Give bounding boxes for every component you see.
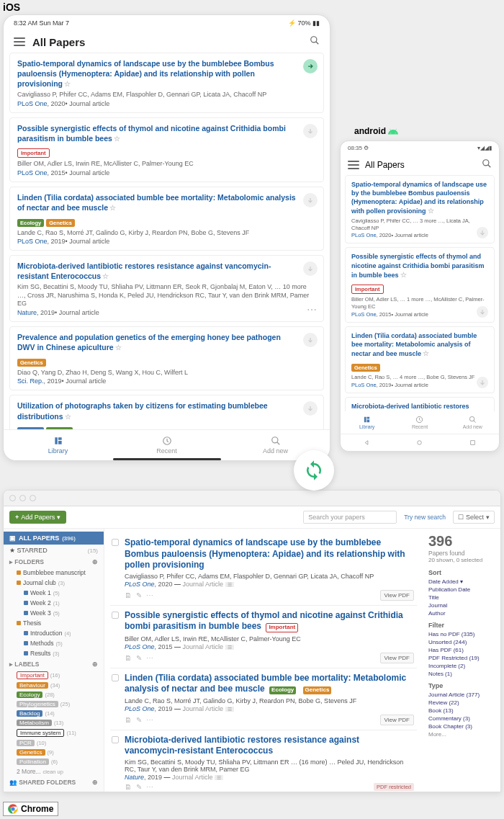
more-icon[interactable]: ⋯ bbox=[307, 304, 318, 315]
folder-item[interactable]: Week 1 (5) bbox=[4, 588, 104, 598]
download-arrow-button[interactable] bbox=[303, 59, 318, 73]
tab-library[interactable]: Library bbox=[341, 416, 393, 429]
label-item[interactable]: Backlog(14) bbox=[4, 709, 104, 718]
paper-item[interactable]: Linden (Tilia cordata) associated bumble… bbox=[110, 668, 417, 730]
sort-option[interactable]: Date Added ▾ bbox=[428, 578, 495, 586]
star-icon[interactable]: ☆ bbox=[114, 135, 120, 143]
back-icon[interactable] bbox=[363, 439, 371, 447]
view-pdf-button[interactable]: View PDF bbox=[380, 715, 414, 725]
star-icon[interactable]: ☆ bbox=[115, 344, 122, 352]
folder-item[interactable]: Week 3 (5) bbox=[4, 608, 104, 618]
paper-item[interactable]: Linden (Tilia cordata) associated bumble… bbox=[345, 326, 495, 394]
tab-library[interactable]: Library bbox=[4, 436, 112, 455]
try-new-search-link[interactable]: Try new search bbox=[404, 514, 446, 521]
filter-option[interactable]: Incomplete (2) bbox=[428, 662, 495, 670]
select-button[interactable]: ☐Select▾ bbox=[453, 511, 495, 524]
sort-option[interactable]: Author bbox=[428, 609, 495, 617]
menu-icon[interactable] bbox=[348, 161, 359, 169]
sidebar-more[interactable]: 2 More... clean up bbox=[4, 766, 104, 777]
home-icon[interactable] bbox=[415, 439, 423, 447]
label-item[interactable]: Immune system(11) bbox=[4, 728, 104, 738]
folder-item[interactable]: Week 2 (1) bbox=[4, 598, 104, 608]
folder-item[interactable]: Methods (5) bbox=[4, 638, 104, 648]
download-arrow-button[interactable] bbox=[303, 333, 318, 347]
tab-add-new[interactable]: Add new bbox=[446, 416, 499, 429]
star-icon[interactable]: ☆ bbox=[400, 271, 407, 279]
label-item[interactable]: Ecology(28) bbox=[4, 690, 104, 699]
label-item[interactable]: PCR(10) bbox=[4, 738, 104, 748]
star-icon[interactable]: ☆ bbox=[423, 349, 429, 357]
checkbox[interactable] bbox=[112, 612, 119, 619]
minimize-dot[interactable] bbox=[19, 495, 26, 501]
label-item[interactable]: Phylogenetics(25) bbox=[4, 699, 104, 709]
paper-item[interactable]: Possible synergistic effects of thymol a… bbox=[110, 606, 417, 668]
paper-item[interactable]: Possible synergistic effects of thymol a… bbox=[345, 247, 495, 322]
maximize-dot[interactable] bbox=[30, 495, 36, 501]
note-icon[interactable]: 🗎 bbox=[125, 783, 132, 791]
label-item[interactable]: Important(16) bbox=[4, 670, 104, 681]
filter-option[interactable]: Unsorted (244) bbox=[428, 638, 495, 646]
more-icon[interactable]: ⋯ bbox=[146, 716, 153, 724]
type-option[interactable]: Journal Article (377) bbox=[428, 691, 495, 699]
star-icon[interactable]: ☆ bbox=[65, 413, 71, 421]
note-icon[interactable]: 🗎 bbox=[125, 716, 132, 724]
paper-item[interactable]: Possible synergistic effects of thymol a… bbox=[9, 117, 324, 182]
sort-option[interactable]: Journal bbox=[428, 601, 495, 609]
more-icon[interactable]: ⋯ bbox=[146, 783, 153, 791]
filter-option[interactable]: Has no PDF (335) bbox=[428, 630, 495, 638]
menu-icon[interactable] bbox=[14, 37, 25, 46]
checkbox[interactable] bbox=[112, 539, 119, 546]
checkbox[interactable] bbox=[112, 736, 119, 743]
search-input[interactable]: Search your papers bbox=[303, 511, 397, 524]
sort-option[interactable]: Publication Date bbox=[428, 586, 495, 594]
star-icon[interactable]: ☆ bbox=[428, 207, 434, 215]
add-papers-button[interactable]: +Add Papers▾ bbox=[9, 511, 66, 524]
sort-option[interactable]: Title bbox=[428, 594, 495, 601]
paper-item[interactable]: Spatio-temporal dynamics of landscape us… bbox=[345, 175, 495, 243]
type-option[interactable]: Review (22) bbox=[428, 699, 495, 707]
ipad-paper-list[interactable]: Spatio-temporal dynamics of landscape us… bbox=[4, 53, 330, 429]
paper-item[interactable]: Microbiota-derived lantibiotic restores … bbox=[345, 397, 495, 411]
more-icon[interactable]: ⋯ bbox=[146, 591, 153, 599]
sidebar-shared-header[interactable]: 👥 SHARED FOLDERS⊕ bbox=[4, 777, 104, 788]
label-item[interactable]: Behaviour(34) bbox=[4, 681, 104, 690]
paper-item[interactable]: Microbiota-derived lantibiotic restores … bbox=[110, 730, 417, 792]
label-item[interactable]: Pollination(6) bbox=[4, 757, 104, 766]
tab-recent[interactable]: Recent bbox=[393, 416, 446, 429]
label-item[interactable]: Metabolism(13) bbox=[4, 718, 104, 728]
view-pdf-button[interactable]: View PDF bbox=[380, 653, 414, 663]
folder-item[interactable]: Results (3) bbox=[4, 648, 104, 658]
recents-icon[interactable] bbox=[469, 439, 477, 447]
more-link[interactable]: More... bbox=[428, 730, 495, 738]
search-icon[interactable] bbox=[482, 158, 492, 171]
sidebar-labels-header[interactable]: ▸ LABELS⊕ bbox=[4, 658, 104, 670]
close-dot[interactable] bbox=[9, 495, 16, 501]
tab-recent[interactable]: Recent bbox=[112, 436, 221, 455]
paper-item[interactable]: Utilization of photographs taken by citi… bbox=[9, 395, 324, 429]
sidebar-folders-header[interactable]: ▸ FOLDERS⊕ bbox=[4, 556, 104, 568]
type-option[interactable]: Book Chapter (3) bbox=[428, 722, 495, 730]
folder-item[interactable]: Bumblebee manuscript bbox=[4, 568, 104, 578]
note-icon[interactable]: 🗎 bbox=[125, 591, 132, 599]
folder-item[interactable]: Journal club (3) bbox=[4, 578, 104, 588]
sidebar-starred[interactable]: ★ STARRED (15) bbox=[4, 545, 104, 556]
folder-item[interactable]: Introduction (4) bbox=[4, 628, 104, 638]
download-arrow-button[interactable] bbox=[303, 124, 318, 138]
edit-icon[interactable]: ✎ bbox=[136, 716, 142, 724]
paper-item[interactable]: Spatio-temporal dynamics of landscape us… bbox=[9, 53, 324, 113]
edit-icon[interactable]: ✎ bbox=[136, 591, 142, 599]
paper-item[interactable]: Prevalence and population genetics of th… bbox=[9, 326, 324, 390]
edit-icon[interactable]: ✎ bbox=[136, 654, 142, 662]
filter-option[interactable]: PDF Restricted (19) bbox=[428, 654, 495, 662]
note-icon[interactable]: 🗎 bbox=[125, 654, 132, 662]
star-icon[interactable]: ☆ bbox=[109, 204, 116, 212]
star-icon[interactable]: ☆ bbox=[64, 80, 71, 88]
checkbox[interactable] bbox=[112, 674, 119, 681]
view-pdf-button[interactable]: View PDF bbox=[380, 590, 414, 601]
edit-icon[interactable]: ✎ bbox=[136, 783, 142, 791]
type-option[interactable]: Commentary (3) bbox=[428, 715, 495, 722]
filter-option[interactable]: Has PDF (61) bbox=[428, 646, 495, 654]
folder-item[interactable]: Thesis bbox=[4, 618, 104, 628]
phone-paper-list[interactable]: Spatio-temporal dynamics of landscape us… bbox=[341, 175, 499, 411]
paper-item[interactable]: Microbiota-derived lantibiotic restores … bbox=[9, 255, 324, 322]
